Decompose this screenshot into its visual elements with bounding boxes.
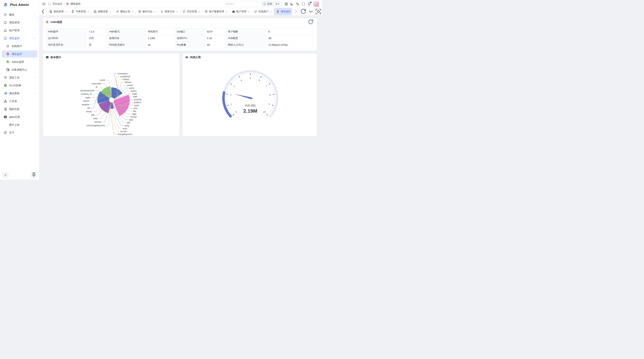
- pie-label: hdel: [133, 95, 138, 98]
- sidebar-item-system-management[interactable]: 系统管理: [2, 19, 38, 26]
- gitee-icon: [4, 115, 7, 119]
- sidebar-pin-button[interactable]: [30, 172, 37, 178]
- sidebar-footer: «: [0, 170, 39, 179]
- chevron-down-icon: [33, 108, 36, 110]
- sidebar-item-system-monitor[interactable]: 系统监控: [2, 35, 38, 42]
- tab-close-icon[interactable]: ×: [176, 10, 178, 13]
- tab-actions-dropdown-button[interactable]: [307, 8, 314, 15]
- sidebar-collapse-button[interactable]: «: [2, 172, 8, 178]
- tab-close-icon[interactable]: ×: [132, 10, 134, 13]
- tab-close-icon[interactable]: ×: [88, 10, 89, 13]
- tab-8[interactable]: 租户管理×: [230, 8, 252, 15]
- sidebar-item-about[interactable]: 关于: [2, 129, 38, 136]
- info-value: 49: [205, 42, 226, 48]
- user-avatar[interactable]: [313, 1, 319, 7]
- sidebar-item-task-scheduler[interactable]: 任务调度中心: [2, 66, 38, 73]
- sidebar-item-cache-monitor[interactable]: 缓存监控: [2, 50, 38, 57]
- sidebar-item-tenant-management[interactable]: 租户管理: [2, 27, 38, 34]
- sidebar-toggle-icon[interactable]: [42, 2, 46, 6]
- tab-6[interactable]: 文件管理×: [180, 8, 202, 15]
- info-value: 单机模式: [146, 28, 174, 35]
- gauge-minor-tick: [259, 75, 260, 76]
- brand-logo-icon: [3, 2, 8, 7]
- tab-7[interactable]: 租户套餐管理×: [202, 8, 230, 15]
- pie-label: get: [127, 121, 130, 124]
- tab-9[interactable]: 在线用户×: [252, 8, 274, 15]
- sidebar-item-admin-monitor[interactable]: Admin监控: [2, 58, 38, 65]
- content-capture-button[interactable]: [314, 8, 322, 15]
- table-row: redis版本7.2.5redis模式单机模式tcp端口6379客户端数9: [46, 28, 314, 35]
- breadcrumb-item[interactable]: 系统监控: [52, 2, 62, 5]
- fullscreen-icon[interactable]: [302, 2, 305, 6]
- tab-close-icon[interactable]: ×: [154, 10, 156, 13]
- gauge-value: 2.19M: [244, 108, 258, 114]
- pie-label: del: [133, 110, 136, 112]
- tab-close-icon[interactable]: ×: [270, 10, 272, 13]
- tab-label: 在线用户: [258, 10, 268, 13]
- tab-close-icon[interactable]: ×: [226, 10, 227, 13]
- memory-usage-card: 内存占用 012345678910内存消耗2.19M: [182, 53, 317, 136]
- tab-10[interactable]: 缓存监控×: [274, 8, 292, 15]
- redis-info-title: redis信息: [50, 20, 62, 24]
- global-search-button[interactable]: 搜索 ⌘ K: [261, 1, 282, 7]
- person-icon: [49, 10, 52, 13]
- pie-label-line: [114, 74, 118, 88]
- gauge-tick-label: 7: [266, 85, 267, 88]
- tab-1[interactable]: 字典管理×: [69, 8, 91, 15]
- tab-label: 登录日志: [164, 10, 174, 13]
- pie-label: hget: [132, 113, 136, 115]
- sidebar-item-label: 概览: [9, 13, 31, 16]
- sidebar-item-test-menu[interactable]: 测试菜单: [2, 90, 38, 97]
- tab-2[interactable]: 参数设置×: [91, 8, 114, 15]
- tab-close-icon[interactable]: ×: [248, 10, 250, 13]
- sidebar-item-workflow[interactable]: 工作流: [2, 98, 38, 105]
- tab-3[interactable]: 通知公告×: [114, 8, 136, 15]
- tab-5[interactable]: 登录日志×: [158, 8, 180, 15]
- sidebar-item-my-tasks[interactable]: 我的任务: [2, 105, 38, 113]
- dark-mode-moon-icon[interactable]: [290, 2, 294, 6]
- notifications-bell-icon[interactable]: [307, 2, 311, 6]
- language-translate-icon[interactable]: [296, 2, 300, 6]
- sidebar-item-image-upload[interactable]: 图片上传: [2, 121, 38, 128]
- command-stats-header: 命令统计: [43, 54, 180, 61]
- redis-info-refresh-button[interactable]: [307, 19, 314, 24]
- gauge-minor-tick: [244, 74, 244, 75]
- tab-4[interactable]: 操作日志×: [136, 8, 158, 15]
- tab-0[interactable]: 角色管理×: [47, 8, 69, 15]
- gauge-minor-tick: [273, 92, 274, 92]
- settings-gear-icon[interactable]: [284, 2, 288, 6]
- sidebar-item-online-users[interactable]: 在线用户: [2, 42, 38, 50]
- gauge-minor-tick: [271, 109, 272, 110]
- sidebar-item-plus-website[interactable]: PLUS官网: [2, 82, 38, 89]
- pie-label: zremrangebyscore: [86, 124, 105, 127]
- gauge-minor-tick: [237, 77, 238, 78]
- sidebar-item-system-tools[interactable]: 系统工具: [2, 74, 38, 81]
- gauge-tick-label: 0: [236, 111, 237, 113]
- tab-refresh-button[interactable]: [300, 8, 307, 15]
- chevron-down-icon: [33, 76, 36, 79]
- gauge-minor-tick: [272, 87, 273, 88]
- table-row: AOF是否开启否RDB是否成功okKey数量49网络入口/出口12.65kps/…: [46, 42, 314, 48]
- brand[interactable]: Plus Admin: [0, 0, 39, 10]
- chevron-down-icon: [33, 21, 36, 24]
- info-value: 6379: [205, 28, 226, 35]
- redis-icon: [276, 10, 280, 13]
- breadcrumb: 系统监控 › 缓存监控: [48, 2, 80, 5]
- tabs-scroll-left-button[interactable]: [39, 8, 47, 15]
- sidebar-item-label: 测试菜单: [9, 92, 31, 95]
- sidebar-item-gitee-log[interactable]: gitee记录: [2, 113, 38, 120]
- tab-close-icon[interactable]: ×: [198, 10, 200, 13]
- tenant-select-input[interactable]: [224, 1, 259, 6]
- pie-label: zadd: [132, 93, 137, 95]
- gauge-needle: [234, 94, 253, 99]
- gauge-tick-label: 1: [231, 103, 232, 105]
- sidebar-item-label: 图片上传: [9, 123, 36, 127]
- gauge-minor-tick: [246, 74, 246, 75]
- tabs-scroll-right-button[interactable]: [292, 8, 300, 15]
- pie-label: exists: [86, 110, 92, 113]
- tab-close-icon[interactable]: ×: [110, 10, 111, 13]
- tab-close-icon[interactable]: ×: [65, 10, 67, 13]
- sidebar-item-overview[interactable]: 概览: [2, 11, 38, 18]
- sidebar-submenu-system-monitor: 在线用户缓存监控Admin监控任务调度中心: [2, 42, 38, 73]
- redis-info-card: redis信息 redis版本7.2.5redis模式单机模式tcp端口6379…: [43, 18, 317, 51]
